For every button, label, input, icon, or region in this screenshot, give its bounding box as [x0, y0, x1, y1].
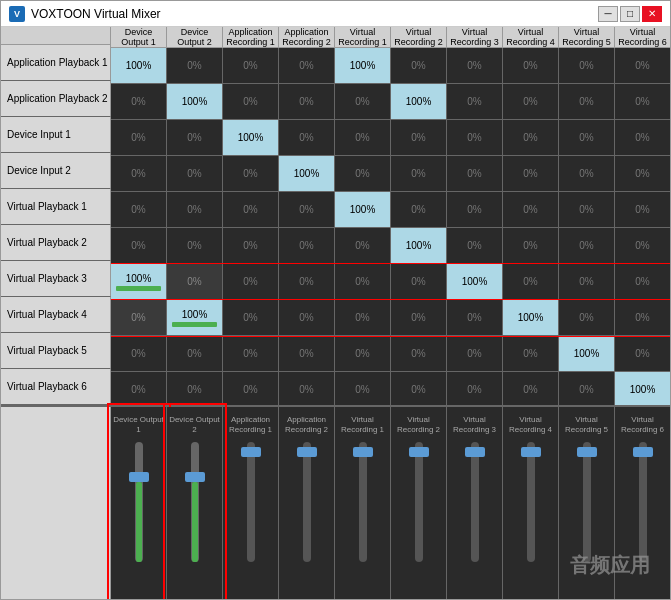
close-button[interactable]: ✕	[642, 6, 662, 22]
cell-6-1[interactable]: 0%	[167, 264, 223, 300]
cell-2-8[interactable]: 0%	[559, 120, 615, 156]
cell-4-1[interactable]: 0%	[167, 192, 223, 228]
fader-handle-3[interactable]	[297, 447, 317, 457]
cell-7-9[interactable]: 0%	[615, 300, 670, 336]
cell-4-0[interactable]: 0%	[111, 192, 167, 228]
cell-8-3[interactable]: 0%	[279, 336, 335, 372]
fader-handle-1[interactable]	[185, 472, 205, 482]
cell-1-7[interactable]: 0%	[503, 84, 559, 120]
cell-9-7[interactable]: 0%	[503, 372, 559, 405]
cell-0-5[interactable]: 0%	[391, 48, 447, 84]
cell-3-8[interactable]: 0%	[559, 156, 615, 192]
cell-3-9[interactable]: 0%	[615, 156, 670, 192]
cell-8-6[interactable]: 0%	[447, 336, 503, 372]
cell-4-7[interactable]: 0%	[503, 192, 559, 228]
cell-3-5[interactable]: 0%	[391, 156, 447, 192]
cell-1-6[interactable]: 0%	[447, 84, 503, 120]
cell-4-5[interactable]: 0%	[391, 192, 447, 228]
cell-1-9[interactable]: 0%	[615, 84, 670, 120]
cell-9-2[interactable]: 0%	[223, 372, 279, 405]
cell-8-9[interactable]: 0%	[615, 336, 670, 372]
cell-6-3[interactable]: 0%	[279, 264, 335, 300]
fader-handle-0[interactable]	[129, 472, 149, 482]
cell-8-7[interactable]: 0%	[503, 336, 559, 372]
cell-4-6[interactable]: 0%	[447, 192, 503, 228]
fader-handle-7[interactable]	[521, 447, 541, 457]
cell-0-7[interactable]: 0%	[503, 48, 559, 84]
cell-9-8[interactable]: 0%	[559, 372, 615, 405]
cell-5-6[interactable]: 0%	[447, 228, 503, 264]
cell-0-3[interactable]: 0%	[279, 48, 335, 84]
cell-4-8[interactable]: 0%	[559, 192, 615, 228]
cell-6-6[interactable]: 100%	[447, 264, 503, 300]
fader-handle-8[interactable]	[577, 447, 597, 457]
cell-9-6[interactable]: 0%	[447, 372, 503, 405]
cell-2-5[interactable]: 0%	[391, 120, 447, 156]
cell-8-0[interactable]: 0%	[111, 336, 167, 372]
cell-1-2[interactable]: 0%	[223, 84, 279, 120]
cell-2-0[interactable]: 0%	[111, 120, 167, 156]
cell-7-1[interactable]: 100%	[167, 300, 223, 336]
cell-7-2[interactable]: 0%	[223, 300, 279, 336]
cell-9-3[interactable]: 0%	[279, 372, 335, 405]
cell-0-6[interactable]: 0%	[447, 48, 503, 84]
cell-0-9[interactable]: 0%	[615, 48, 670, 84]
cell-6-7[interactable]: 0%	[503, 264, 559, 300]
cell-9-4[interactable]: 0%	[335, 372, 391, 405]
cell-6-0[interactable]: 100%	[111, 264, 167, 300]
cell-8-2[interactable]: 0%	[223, 336, 279, 372]
cell-6-5[interactable]: 0%	[391, 264, 447, 300]
cell-7-0[interactable]: 0%	[111, 300, 167, 336]
cell-2-9[interactable]: 0%	[615, 120, 670, 156]
cell-0-2[interactable]: 0%	[223, 48, 279, 84]
cell-5-2[interactable]: 0%	[223, 228, 279, 264]
cell-3-3[interactable]: 100%	[279, 156, 335, 192]
cell-2-6[interactable]: 0%	[447, 120, 503, 156]
cell-0-8[interactable]: 0%	[559, 48, 615, 84]
cell-2-1[interactable]: 0%	[167, 120, 223, 156]
cell-7-3[interactable]: 0%	[279, 300, 335, 336]
cell-4-9[interactable]: 0%	[615, 192, 670, 228]
cell-7-6[interactable]: 0%	[447, 300, 503, 336]
cell-0-0[interactable]: 100%	[111, 48, 167, 84]
cell-1-1[interactable]: 100%	[167, 84, 223, 120]
cell-2-4[interactable]: 0%	[335, 120, 391, 156]
cell-2-7[interactable]: 0%	[503, 120, 559, 156]
cell-5-0[interactable]: 0%	[111, 228, 167, 264]
cell-9-9[interactable]: 100%	[615, 372, 670, 405]
cell-3-7[interactable]: 0%	[503, 156, 559, 192]
cell-1-8[interactable]: 0%	[559, 84, 615, 120]
cell-3-0[interactable]: 0%	[111, 156, 167, 192]
cell-1-0[interactable]: 0%	[111, 84, 167, 120]
fader-handle-4[interactable]	[353, 447, 373, 457]
cell-4-4[interactable]: 100%	[335, 192, 391, 228]
cell-6-2[interactable]: 0%	[223, 264, 279, 300]
cell-5-1[interactable]: 0%	[167, 228, 223, 264]
cell-9-5[interactable]: 0%	[391, 372, 447, 405]
cell-8-8[interactable]: 100%	[559, 336, 615, 372]
cell-3-6[interactable]: 0%	[447, 156, 503, 192]
cell-2-2[interactable]: 100%	[223, 120, 279, 156]
cell-0-1[interactable]: 0%	[167, 48, 223, 84]
cell-3-4[interactable]: 0%	[335, 156, 391, 192]
cell-3-1[interactable]: 0%	[167, 156, 223, 192]
cell-1-5[interactable]: 100%	[391, 84, 447, 120]
cell-7-8[interactable]: 0%	[559, 300, 615, 336]
cell-5-7[interactable]: 0%	[503, 228, 559, 264]
cell-1-3[interactable]: 0%	[279, 84, 335, 120]
cell-8-4[interactable]: 0%	[335, 336, 391, 372]
maximize-button[interactable]: □	[620, 6, 640, 22]
cell-7-7[interactable]: 100%	[503, 300, 559, 336]
fader-handle-9[interactable]	[633, 447, 653, 457]
cell-9-0[interactable]: 0%	[111, 372, 167, 405]
cell-8-5[interactable]: 0%	[391, 336, 447, 372]
cell-4-2[interactable]: 0%	[223, 192, 279, 228]
cell-0-4[interactable]: 100%	[335, 48, 391, 84]
cell-3-2[interactable]: 0%	[223, 156, 279, 192]
cell-5-8[interactable]: 0%	[559, 228, 615, 264]
cell-2-3[interactable]: 0%	[279, 120, 335, 156]
fader-handle-2[interactable]	[241, 447, 261, 457]
cell-6-9[interactable]: 0%	[615, 264, 670, 300]
cell-6-4[interactable]: 0%	[335, 264, 391, 300]
cell-5-5[interactable]: 100%	[391, 228, 447, 264]
